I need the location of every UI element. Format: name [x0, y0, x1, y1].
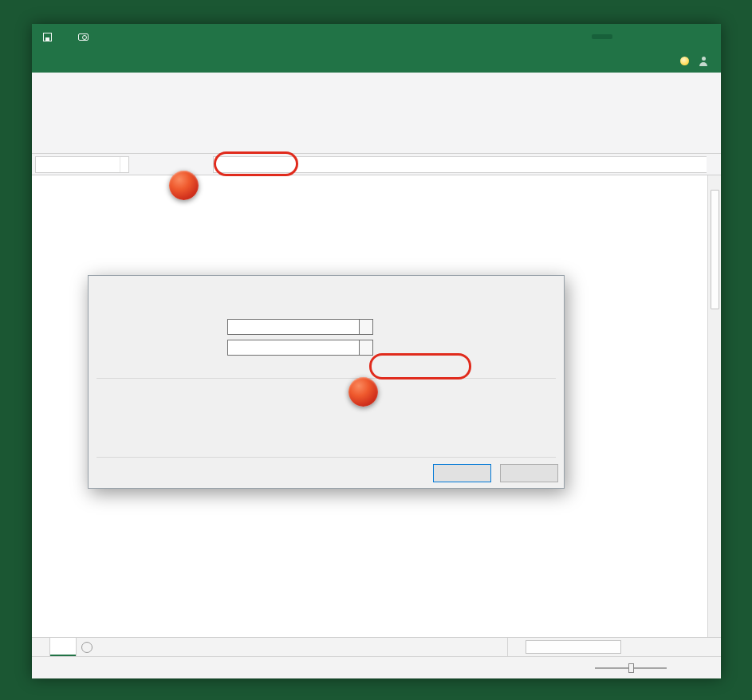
argument-row-num-chars — [100, 339, 389, 356]
cancel-button[interactable] — [500, 464, 558, 482]
plus-icon — [81, 642, 93, 653]
lightbulb-icon — [680, 57, 689, 65]
save-icon[interactable] — [43, 33, 52, 41]
vertical-scrollbar[interactable] — [707, 175, 721, 637]
ribbon-display-options-icon[interactable] — [625, 24, 649, 49]
name-box[interactable] — [35, 156, 129, 173]
sheet-tab-bar — [32, 637, 721, 656]
sign-in-button[interactable] — [592, 34, 612, 39]
camera-icon[interactable] — [78, 33, 89, 41]
excel-window — [32, 24, 721, 678]
collapse-dialog-icon[interactable] — [360, 319, 373, 335]
collapse-dialog-icon-2[interactable] — [360, 340, 373, 356]
window-controls — [592, 24, 721, 49]
formula-input[interactable] — [213, 156, 707, 173]
num-chars-argument-input[interactable] — [227, 340, 360, 356]
sheet-tab-list1[interactable] — [49, 638, 77, 656]
function-arguments-dialog — [88, 275, 565, 489]
status-bar — [32, 656, 721, 678]
titlebar — [32, 24, 721, 49]
status-right — [566, 667, 711, 669]
cancel-entry-icon[interactable] — [142, 156, 163, 173]
ribbon — [32, 73, 721, 154]
argument-row-text — [100, 318, 389, 335]
desktop-background — [0, 0, 752, 700]
add-sheet-button[interactable] — [77, 638, 97, 656]
horizontal-scroll-track[interactable] — [521, 638, 708, 656]
close-button[interactable] — [697, 24, 721, 49]
insert-function-icon[interactable] — [185, 156, 207, 173]
vertical-scroll-thumb[interactable] — [711, 190, 719, 309]
horizontal-scrollbar[interactable] — [507, 638, 721, 656]
name-box-dropdown-icon[interactable] — [120, 157, 128, 172]
tabs-right-cluster — [680, 49, 713, 73]
quick-access-toolbar — [32, 33, 97, 41]
annotation-rect-result — [369, 353, 471, 379]
formula-bar — [32, 154, 721, 175]
minimize-button[interactable] — [649, 24, 673, 49]
parameter-description — [224, 403, 238, 412]
annotation-badge-2 — [348, 377, 378, 407]
zoom-slider[interactable] — [595, 667, 667, 669]
text-argument-input[interactable] — [227, 319, 360, 335]
ok-button[interactable] — [433, 464, 491, 482]
annotation-badge-1 — [169, 171, 199, 200]
zoom-slider-thumb[interactable] — [628, 663, 634, 673]
sheet-navigation — [32, 638, 49, 656]
dialog-separator-2 — [96, 457, 556, 458]
ribbon-tabs — [32, 49, 35, 73]
horizontal-scroll-thumb[interactable] — [526, 640, 621, 654]
formula-result-line — [387, 363, 394, 372]
ribbon-tab-bar — [32, 49, 721, 73]
dialog-separator — [96, 378, 556, 379]
result-value-line — [100, 439, 109, 449]
dialog-titlebar[interactable] — [89, 276, 564, 299]
person-icon — [699, 57, 708, 66]
maximize-button[interactable] — [673, 24, 697, 49]
